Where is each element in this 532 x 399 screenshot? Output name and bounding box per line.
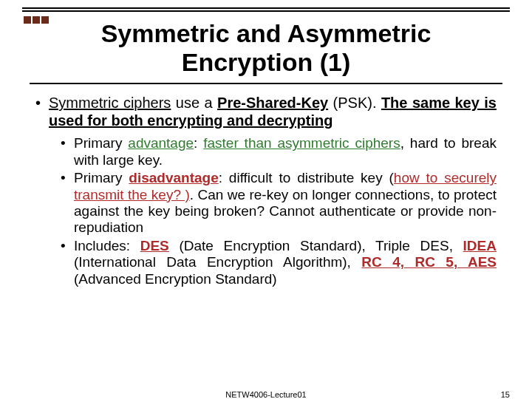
top-rule [22,7,510,12]
slide-body: Symmetric ciphers use a Pre-Shared-Key (… [0,84,532,287]
term-symmetric-ciphers: Symmetric ciphers [49,95,171,111]
word-advantage: advantage [128,135,194,151]
text: (Advanced Encryption Standard) [74,271,277,287]
term-des: DES [140,238,169,253]
text: : [194,135,203,151]
sub-bullet-advantage: Primary advantage: faster than asymmetri… [74,135,497,168]
text: (International Data Encryption Algorithm… [74,254,361,270]
main-bullet: Symmetric ciphers use a Pre-Shared-Key (… [49,95,497,287]
text: Primary [74,170,129,185]
text: Primary [74,135,128,151]
word-disadvantage: disadvantage [129,170,218,185]
term-idea: IDEA [463,238,497,253]
text: (PSK). [328,95,381,111]
page-number: 15 [501,390,510,399]
accent-squares [24,16,49,24]
text: : difficult to distribute key ( [219,170,394,185]
text: Includes: [74,238,140,253]
footer-course: NETW4006-Lecture01 [225,390,306,399]
term-psk: Pre-Shared-Key [217,95,328,111]
text: (Date Encryption Standard), Triple DES, [169,238,463,253]
text: use a [171,95,217,111]
advantage-phrase: faster than asymmetric ciphers [203,135,400,151]
title-line-1: Symmetric and Asymmetric [101,19,432,47]
term-rc-aes: RC 4, RC 5, AES [361,254,497,270]
sub-bullet-disadvantage: Primary disadvantage: difficult to distr… [74,170,497,236]
sub-bullet-includes: Includes: DES (Date Encryption Standard)… [74,238,497,287]
title-line-2: Encryption (1) [182,48,351,76]
